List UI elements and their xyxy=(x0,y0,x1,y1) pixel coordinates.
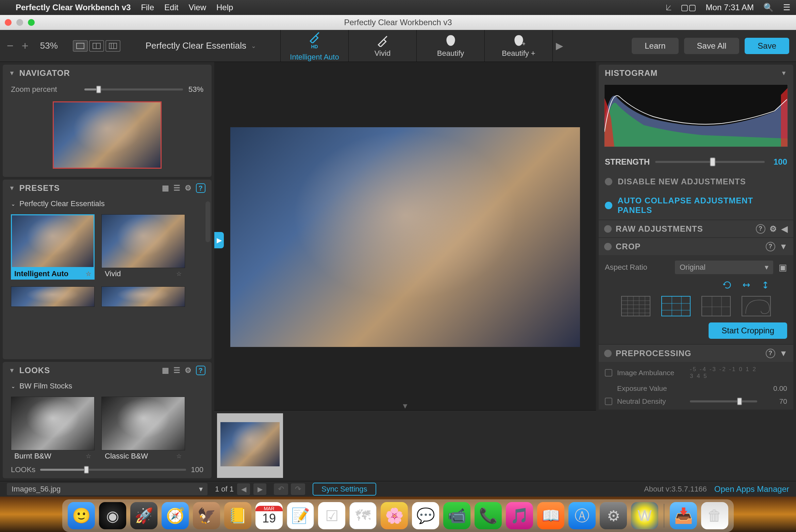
expand-left-panel-button[interactable]: ▶ xyxy=(214,232,224,248)
dock-ibooks-icon[interactable]: 📖 xyxy=(537,502,564,529)
favorite-icon[interactable]: ☆ xyxy=(86,452,91,460)
menu-file[interactable]: File xyxy=(141,3,154,12)
crop-grid-spiral[interactable] xyxy=(742,296,771,316)
tab-beautify[interactable]: Beautify xyxy=(417,30,485,62)
undo-button[interactable]: ↶ xyxy=(274,483,288,495)
prev-image-button[interactable]: ◀ xyxy=(237,483,250,495)
sync-settings-button[interactable]: Sync Settings xyxy=(313,483,376,496)
dock-siri-icon[interactable]: ◉ xyxy=(99,502,126,529)
dock-downloads-icon[interactable]: 📥 xyxy=(670,502,697,529)
menu-edit[interactable]: Edit xyxy=(164,3,178,12)
navigator-thumbnail[interactable] xyxy=(53,101,162,169)
rotate-icon[interactable] xyxy=(723,280,732,290)
dock-facetime-icon[interactable]: 📹 xyxy=(443,502,470,529)
flip-vertical-icon[interactable] xyxy=(761,280,770,290)
dock-messages-icon[interactable]: 💬 xyxy=(412,502,439,529)
dock-launchpad-icon[interactable]: 🚀 xyxy=(130,502,157,529)
start-cropping-button[interactable]: Start Cropping xyxy=(709,322,787,339)
grid-view-icon[interactable]: ▦ xyxy=(162,184,169,193)
dock-music-icon[interactable]: 🎵 xyxy=(506,502,533,529)
dock-appstore-icon[interactable]: Ⓐ xyxy=(568,502,596,529)
scrollbar[interactable] xyxy=(205,201,210,242)
dock-trash-icon[interactable]: 🗑 xyxy=(701,502,728,529)
redo-button[interactable]: ↷ xyxy=(291,483,305,495)
disable-new-adjustments-toggle[interactable]: DISABLE NEW ADJUSTMENTS xyxy=(599,172,793,191)
zoom-in-button[interactable]: + xyxy=(22,39,29,52)
mirror-icon[interactable]: ⟀ xyxy=(666,3,671,12)
save-all-button[interactable]: Save All xyxy=(684,38,740,54)
gear-icon[interactable]: ⚙ xyxy=(185,366,192,375)
save-button[interactable]: Save xyxy=(745,38,789,54)
preset-vivid[interactable]: Vivid☆ xyxy=(101,214,185,280)
dock-photos-icon[interactable]: 🌸 xyxy=(381,502,408,529)
crop-grid-thirds[interactable] xyxy=(661,296,691,316)
displays-icon[interactable]: ▢▢ xyxy=(681,3,696,12)
look-burnt-bw[interactable]: Burnt B&W☆ xyxy=(11,397,95,462)
filmstrip-toggle[interactable]: ▼ xyxy=(214,402,596,410)
about-version[interactable]: About v:3.5.7.1166 xyxy=(644,485,707,494)
tabs-scroll-right[interactable]: ▶ xyxy=(553,30,566,62)
preset-dropdown[interactable]: Perfectly Clear Essentials ⌄ xyxy=(146,40,256,51)
crop-grid-fine[interactable] xyxy=(621,296,650,316)
aspect-ratio-select[interactable]: Original ▾ xyxy=(675,261,773,274)
list-view-icon[interactable]: ☰ xyxy=(173,366,181,375)
menu-help[interactable]: Help xyxy=(216,3,233,12)
collapse-icon[interactable]: ▼ xyxy=(9,70,15,77)
dock-reminders-icon[interactable]: ☑ xyxy=(318,502,345,529)
raw-adjustments-header[interactable]: RAW ADJUSTMENTS ? ⚙ ◀ xyxy=(599,220,793,237)
main-image-preview[interactable] xyxy=(230,127,580,347)
collapse-icon[interactable]: ▼ xyxy=(781,70,787,77)
help-icon[interactable]: ? xyxy=(756,224,765,234)
help-icon[interactable]: ? xyxy=(196,183,205,193)
help-icon[interactable]: ? xyxy=(766,242,775,251)
tab-intelligent-auto[interactable]: HD Intelligent Auto xyxy=(281,30,349,62)
grid-view-icon[interactable]: ▦ xyxy=(162,366,169,375)
learn-button[interactable]: Learn xyxy=(632,38,678,54)
menu-list-icon[interactable]: ☰ xyxy=(783,3,791,12)
menubar-clock[interactable]: Mon 7:31 AM xyxy=(706,3,754,12)
view-single-button[interactable] xyxy=(73,40,88,52)
filename-dropdown[interactable]: Images_56.jpg ▾ xyxy=(7,483,208,495)
window-close-button[interactable] xyxy=(5,19,12,26)
menu-view[interactable]: View xyxy=(188,3,206,12)
spotlight-icon[interactable]: 🔍 xyxy=(763,3,774,12)
preset-item[interactable] xyxy=(11,286,95,307)
preset-item[interactable] xyxy=(101,286,185,307)
checkbox[interactable] xyxy=(605,369,612,377)
look-classic-bw[interactable]: Classic B&W☆ xyxy=(101,397,185,462)
crop-header[interactable]: CROP ? ▼ xyxy=(599,237,793,255)
looks-group-header[interactable]: ⌄ BW Film Stocks xyxy=(3,379,212,393)
dock-phone-icon[interactable]: 📞 xyxy=(475,502,502,529)
menubar-app-name[interactable]: Perfectly Clear Workbench v3 xyxy=(16,3,131,12)
dock-finder-icon[interactable]: 🙂 xyxy=(68,502,95,529)
gear-icon[interactable]: ⚙ xyxy=(185,184,192,193)
view-split-button[interactable] xyxy=(89,40,104,52)
favorite-icon[interactable]: ☆ xyxy=(176,452,182,460)
preprocessing-header[interactable]: PREPROCESSING ? ▼ xyxy=(599,344,793,362)
favorite-icon[interactable]: ☆ xyxy=(176,270,182,278)
help-icon[interactable]: ? xyxy=(196,366,205,375)
window-minimize-button[interactable] xyxy=(16,19,23,26)
list-view-icon[interactable]: ☰ xyxy=(173,184,181,193)
zoom-out-button[interactable]: − xyxy=(7,39,14,52)
looks-strength-slider[interactable] xyxy=(40,469,186,471)
dock-calendar-icon[interactable]: MAR19 xyxy=(255,502,283,529)
preset-group-header[interactable]: ⌄ Perfectly Clear Essentials xyxy=(3,197,212,211)
tab-beautify-plus[interactable]: + Beautify + xyxy=(485,30,553,62)
window-maximize-button[interactable] xyxy=(28,19,35,26)
strength-slider[interactable] xyxy=(655,161,765,163)
dock-workbench-icon[interactable]: W xyxy=(631,502,658,529)
preset-intelligent-auto[interactable]: Intelligent Auto☆ xyxy=(11,214,95,280)
view-triple-button[interactable] xyxy=(105,40,120,52)
dock-maps-icon[interactable]: 🗺 xyxy=(349,502,377,529)
collapse-icon[interactable]: ▼ xyxy=(9,367,15,374)
auto-collapse-toggle[interactable]: AUTO COLLAPSE ADJUSTMENT PANELS xyxy=(599,191,793,220)
open-apps-manager-link[interactable]: Open Apps Manager xyxy=(714,484,789,494)
checkbox[interactable] xyxy=(605,398,612,405)
collapse-icon[interactable]: ▼ xyxy=(9,185,15,192)
crop-lock-icon[interactable]: ▣ xyxy=(779,262,787,273)
dock-preferences-icon[interactable]: ⚙ xyxy=(600,502,627,529)
next-image-button[interactable]: ▶ xyxy=(253,483,266,495)
crop-grid-quarters[interactable] xyxy=(701,296,731,316)
flip-horizontal-icon[interactable] xyxy=(742,280,751,290)
